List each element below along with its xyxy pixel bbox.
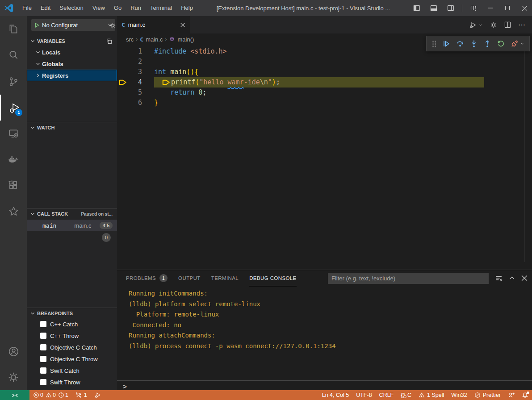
layout-panel-icon[interactable] (426, 0, 441, 16)
more-actions-icon[interactable]: ⋯ (518, 21, 526, 29)
debug-config-dropdown[interactable]: No Configurat (31, 19, 115, 31)
maximize-icon[interactable] (500, 0, 515, 16)
breakpoint-margin[interactable] (117, 98, 129, 108)
checkbox[interactable] (40, 367, 46, 374)
call-stack-section-header[interactable]: CALL STACK Paused on st... (27, 208, 117, 219)
panel-tab-output[interactable]: OUTPUT (178, 271, 201, 286)
step-out-icon[interactable] (483, 39, 492, 48)
remote-indicator[interactable] (0, 390, 29, 400)
menu-go[interactable]: Go (109, 0, 126, 16)
menu-selection[interactable]: Selection (55, 0, 88, 16)
toolbar-grip-icon[interactable] (431, 40, 437, 47)
gear-icon[interactable] (490, 21, 497, 29)
tab-main-c[interactable]: C main.c (117, 16, 190, 33)
checkbox[interactable] (40, 356, 46, 362)
variables-section-header[interactable]: VARIABLES (27, 36, 117, 46)
close-panel-icon[interactable] (521, 275, 528, 281)
layout-customize-icon[interactable] (466, 0, 481, 16)
remote-explorer-icon[interactable] (0, 121, 27, 146)
start-debug-icon[interactable] (34, 22, 40, 28)
encoding-indicator[interactable]: UTF-8 (352, 390, 375, 400)
code-line-5[interactable]: 5 return 0; (117, 88, 532, 98)
menu-run[interactable]: Run (126, 0, 146, 16)
tools-status[interactable]: 1 (72, 390, 91, 400)
layout-sidebar-icon[interactable] (409, 0, 424, 16)
spell-checker-status[interactable]: 1 Spell (415, 390, 448, 400)
breakpoint-row[interactable]: Swift Throw (27, 376, 117, 388)
variables-scope-globals[interactable]: Globals (27, 58, 117, 70)
eol-indicator[interactable]: CRLF (376, 390, 398, 400)
panel-tab-terminal[interactable]: TERMINAL (211, 271, 239, 286)
copy-icon[interactable] (106, 38, 117, 45)
source-control-icon[interactable] (0, 69, 27, 95)
breakpoints-section-header[interactable]: BREAKPOINTS (27, 308, 117, 319)
layout-sidebar-right-icon[interactable] (443, 0, 458, 16)
menu-help[interactable]: Help (176, 0, 197, 16)
star-icon[interactable] (0, 198, 27, 224)
extensions-icon[interactable] (0, 172, 27, 198)
account-icon[interactable] (0, 338, 27, 364)
continue-icon[interactable] (442, 39, 451, 48)
breadcrumb-symbol[interactable]: main() (177, 36, 194, 43)
close-tab-icon[interactable] (180, 22, 185, 28)
debug-status-icon[interactable] (91, 390, 105, 400)
gutter[interactable]: 6 (117, 98, 142, 108)
search-icon[interactable] (0, 42, 27, 68)
variables-scope-locals[interactable]: Locals (27, 46, 117, 58)
breakpoint-margin[interactable] (117, 46, 129, 57)
breadcrumb-folder[interactable]: src (126, 36, 134, 43)
code-editor[interactable]: 1#include <stdio.h>23int main(){4 printf… (117, 45, 532, 270)
gutter[interactable]: 3 (117, 67, 142, 77)
maximize-panel-icon[interactable] (509, 275, 515, 281)
feedback-icon[interactable] (504, 390, 518, 400)
checkbox[interactable] (40, 321, 46, 327)
restart-icon[interactable] (497, 39, 505, 48)
filter-input[interactable] (328, 275, 489, 282)
gutter[interactable]: 5 (117, 88, 142, 98)
breakpoint-margin[interactable] (117, 67, 129, 77)
formatter-status[interactable]: Prettier (471, 390, 504, 400)
checkbox[interactable] (40, 344, 46, 350)
cursor-position[interactable]: Ln 4, Col 5 (318, 390, 352, 400)
checkbox[interactable] (40, 333, 46, 339)
gutter[interactable]: 2 (117, 57, 142, 67)
platform-indicator[interactable]: Win32 (448, 390, 470, 400)
docker-icon[interactable] (0, 146, 27, 172)
breakpoint-row[interactable]: Objective C Throw (27, 353, 117, 365)
run-and-debug-icon[interactable]: 1 (0, 95, 28, 121)
run-or-debug-icon[interactable] (469, 21, 483, 29)
minimize-icon[interactable] (483, 0, 498, 16)
problems-status[interactable]: 0 0 1 (29, 390, 72, 400)
breakpoint-row[interactable]: C++ Throw (27, 330, 117, 342)
language-mode[interactable]: {​} C (397, 390, 415, 400)
menu-file[interactable]: File (18, 0, 36, 16)
code-line-3[interactable]: 3int main(){ (117, 67, 532, 77)
breakpoint-row[interactable]: C++ Catch (27, 318, 117, 330)
code-line-2[interactable]: 2 (117, 57, 532, 67)
gutter[interactable]: 4 (117, 77, 142, 88)
checkbox[interactable] (40, 379, 46, 385)
breadcrumb-file[interactable]: main.c (146, 36, 163, 43)
notifications-bell-icon[interactable] (518, 390, 532, 400)
code-line-6[interactable]: 6} (117, 98, 532, 108)
clear-console-icon[interactable] (495, 275, 503, 282)
current-line-arrow-icon[interactable] (117, 77, 129, 88)
menu-terminal[interactable]: Terminal (146, 0, 176, 16)
debug-console-filter[interactable] (328, 273, 489, 284)
code-line-4[interactable]: 4 printf("hello wamr-ide\n"); (117, 77, 532, 88)
step-over-icon[interactable] (456, 39, 465, 48)
configure-launch-gear-icon[interactable] (109, 22, 116, 29)
panel-tab-debug-console[interactable]: DEBUG CONSOLE (249, 270, 297, 286)
breakpoint-margin[interactable] (117, 88, 129, 98)
gutter[interactable]: 1 (117, 46, 142, 57)
split-editor-icon[interactable] (504, 21, 511, 28)
watch-section-header[interactable]: WATCH (27, 122, 117, 133)
step-into-icon[interactable] (469, 39, 478, 48)
settings-gear-icon[interactable] (0, 364, 27, 390)
debug-console-output[interactable]: Running initCommands:(lldb) platform sel… (117, 286, 532, 380)
close-window-icon[interactable] (517, 0, 532, 16)
breakpoint-row[interactable]: Swift Catch (27, 365, 117, 376)
panel-tab-problems[interactable]: PROBLEMS1 (126, 271, 168, 286)
disconnect-icon[interactable] (510, 39, 524, 48)
call-stack-frame-row[interactable]: main main.c 4:5 (27, 220, 117, 231)
